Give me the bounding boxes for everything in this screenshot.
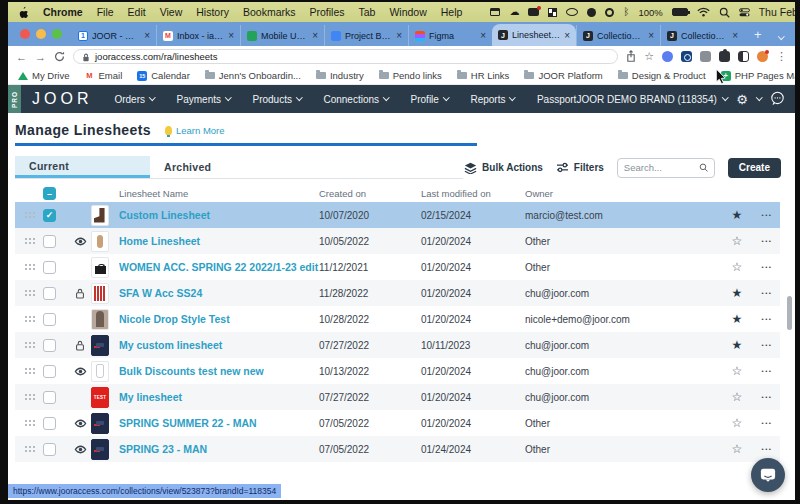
row-menu-icon[interactable]: ••• xyxy=(762,316,773,322)
browser-tab[interactable]: Figma × xyxy=(408,25,492,46)
tab-close-icon[interactable]: × xyxy=(564,30,570,41)
row-checkbox[interactable] xyxy=(43,417,56,430)
drag-handle-icon[interactable] xyxy=(24,315,35,323)
menubar-item[interactable]: Bookmarks xyxy=(243,6,296,18)
contrast-extension-icon[interactable] xyxy=(738,51,749,62)
apple-menu-icon[interactable] xyxy=(18,6,29,19)
browser-tab[interactable]: J Collections | JO × xyxy=(576,25,660,46)
password-manager-icon[interactable] xyxy=(681,51,692,62)
table-row[interactable]: TEST My linesheet 07/27/2022 01/20/2024 … xyxy=(15,384,780,410)
menubar-item[interactable]: History xyxy=(196,6,229,18)
drag-handle-icon[interactable] xyxy=(24,341,35,349)
linesheet-name-link[interactable]: My linesheet xyxy=(119,391,319,403)
wifi-icon[interactable] xyxy=(697,7,710,17)
tab-close-icon[interactable]: × xyxy=(312,30,318,41)
back-button[interactable]: ← xyxy=(16,51,27,63)
bookmark-item[interactable]: 15 Calendar xyxy=(137,70,190,81)
menubar-item[interactable]: Chrome xyxy=(43,6,83,18)
lock-icon[interactable] xyxy=(82,48,90,66)
keyboard-icon[interactable] xyxy=(490,8,500,16)
favorite-star-icon[interactable]: ☆ xyxy=(732,234,743,248)
nav-menu-item[interactable]: Products xyxy=(252,94,301,105)
nav-menu-item[interactable]: Orders xyxy=(114,94,154,105)
linesheet-name-link[interactable]: Home Linesheet xyxy=(119,235,319,247)
account-selector[interactable]: JOOR DEMO BRAND (118354) xyxy=(576,94,727,105)
menubar-item[interactable]: Profiles xyxy=(309,6,344,18)
bookmark-star-icon[interactable]: ☆ xyxy=(644,50,654,63)
row-checkbox[interactable] xyxy=(43,365,56,378)
favorite-star-icon[interactable]: ★ xyxy=(732,338,743,352)
extension-icon-blue[interactable] xyxy=(662,51,673,62)
row-checkbox[interactable]: ✓ xyxy=(43,209,56,222)
menubar-item[interactable]: View xyxy=(160,6,183,18)
linesheet-name-link[interactable]: SFA W Acc SS24 xyxy=(119,287,319,299)
window-grid-icon[interactable] xyxy=(548,8,557,17)
learn-more-link[interactable]: Learn More xyxy=(165,125,225,136)
bookmark-item[interactable]: M Email xyxy=(84,70,122,81)
screenshot-app-icon[interactable] xyxy=(528,8,539,16)
row-checkbox[interactable] xyxy=(43,235,56,248)
table-row[interactable]: Nicole Drop Style Test 10/28/2022 01/20/… xyxy=(15,306,780,332)
nav-menu-item[interactable]: Reports xyxy=(470,94,515,105)
search-input[interactable] xyxy=(624,162,695,173)
row-menu-icon[interactable]: ••• xyxy=(762,342,773,348)
favorite-star-icon[interactable]: ☆ xyxy=(732,364,743,378)
row-checkbox[interactable] xyxy=(43,261,56,274)
nav-menu-item[interactable]: Payments xyxy=(177,94,231,105)
browser-tab[interactable]: J Linesheets | JO × xyxy=(492,24,576,46)
settings-chevron-icon[interactable] xyxy=(756,94,762,100)
pro-tab[interactable]: PRO xyxy=(8,85,21,113)
row-menu-icon[interactable]: ••• xyxy=(762,238,773,244)
minimize-window-button[interactable] xyxy=(36,29,46,39)
bookmark-item[interactable]: Design & Product xyxy=(618,70,706,81)
create-button[interactable]: Create xyxy=(728,158,781,178)
drag-handle-icon[interactable] xyxy=(24,419,35,427)
bookmark-item[interactable]: Industry xyxy=(316,70,364,81)
browser-tab[interactable]: M Inbox - ialegre × xyxy=(156,25,240,46)
tab-close-icon[interactable]: × xyxy=(732,30,738,41)
row-checkbox[interactable] xyxy=(43,391,56,404)
bulk-actions-button[interactable]: Bulk Actions xyxy=(464,162,543,174)
linesheet-name-link[interactable]: SPRING SUMMER 22 - MAN xyxy=(119,417,319,429)
nav-menu-item[interactable]: Connections xyxy=(323,94,388,105)
tab-search-chevron-icon[interactable] xyxy=(778,33,784,39)
bluetooth-icon[interactable]: ᛒ xyxy=(623,7,629,17)
drag-handle-icon[interactable] xyxy=(24,289,35,297)
table-row[interactable]: SPRING 23 - MAN 07/05/2022 01/24/2024 Ot… xyxy=(15,436,780,462)
bookmark-item[interactable]: HR Links xyxy=(457,70,510,81)
row-menu-icon[interactable]: ••• xyxy=(762,394,773,400)
browser-tab[interactable]: Project Brief - L × xyxy=(324,25,408,46)
row-menu-icon[interactable]: ••• xyxy=(762,264,773,270)
menubar-clock[interactable]: Thu Feb 15 12:20 PM xyxy=(759,6,795,18)
cart-icon[interactable]: 36 xyxy=(794,92,795,106)
extensions-puzzle-icon[interactable] xyxy=(719,51,730,62)
url-text[interactable]: jooraccess.com/ra/linesheets xyxy=(95,51,218,62)
bookmark-item[interactable]: Jenn's Onboardin... xyxy=(205,70,301,81)
tab-close-icon[interactable]: × xyxy=(648,30,654,41)
table-row[interactable]: WOMEN ACC. SPRING 22 2022/1-23 edit 11/1… xyxy=(15,254,780,280)
linesheet-name-link[interactable]: WOMEN ACC. SPRING 22 2022/1-23 edit xyxy=(119,261,319,273)
control-center-icon[interactable] xyxy=(739,8,750,17)
drag-handle-icon[interactable] xyxy=(24,367,35,375)
tab-archived[interactable]: Archived xyxy=(150,156,270,178)
menubar-item[interactable]: Edit xyxy=(128,6,146,18)
favorite-star-icon[interactable]: ☆ xyxy=(732,416,743,430)
filters-button[interactable]: Filters xyxy=(556,162,604,173)
favorite-star-icon[interactable]: ☆ xyxy=(732,442,743,456)
bookmark-item[interactable]: + PHP Pages May 2... xyxy=(721,70,795,81)
row-checkbox[interactable] xyxy=(43,443,56,456)
row-menu-icon[interactable]: ••• xyxy=(762,290,773,296)
row-menu-icon[interactable]: ••• xyxy=(762,420,773,426)
nav-passport[interactable]: Passport xyxy=(537,94,576,105)
favorite-star-icon[interactable]: ★ xyxy=(732,312,743,326)
row-menu-icon[interactable]: ••• xyxy=(762,212,773,218)
drag-handle-icon[interactable] xyxy=(24,237,35,245)
tab-current[interactable]: Current xyxy=(15,156,150,178)
close-window-button[interactable] xyxy=(20,29,30,39)
cloud-icon[interactable]: ☁ xyxy=(509,7,519,17)
table-row[interactable]: SFA W Acc SS24 11/28/2022 01/20/2024 chu… xyxy=(15,280,780,306)
tab-close-icon[interactable]: × xyxy=(228,30,234,41)
tab-close-icon[interactable]: × xyxy=(396,30,402,41)
menubar-item[interactable]: Window xyxy=(389,6,426,18)
address-bar[interactable]: jooraccess.com/ra/linesheets xyxy=(73,49,618,64)
